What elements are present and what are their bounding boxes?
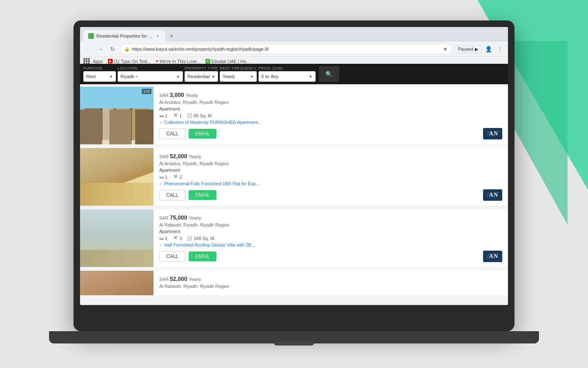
property-image-2[interactable] [80, 148, 154, 206]
amount-1: 3,000 [170, 92, 184, 98]
property-type-filter: PROPERTY TYPE Residential ▼ [185, 66, 218, 82]
bookmark-star-icon[interactable]: ★ [443, 46, 448, 52]
browser-tab-active[interactable]: Residential Properties for Rent... × [83, 30, 165, 42]
prop-description-3[interactable]: ✓ Half Furnished Rooftop Deluxe Villa wi… [159, 242, 502, 247]
agent-logo-1: /AN [483, 128, 502, 139]
bath-icon-1: 🚿 [172, 113, 178, 118]
youtube-icon: ▶ [108, 59, 113, 63]
rent-frequency-filter: RENT FREQUENCY Yearly ▼ [220, 66, 256, 82]
prop-actions-2: CALL EMAIL /AN [159, 189, 502, 201]
property-card-4: SAR 52,000 Yearly Al Rabwah, Riyadh, Riy… [80, 271, 508, 296]
purpose-filter-label: PURPOSE [83, 66, 116, 70]
prop-price-4: SAR 52,000 Yearly [159, 276, 502, 282]
currency-1: SAR [159, 93, 170, 98]
beds-count-3: 2 [165, 236, 167, 241]
property-info-3: SAR 75,000 Yearly Al Rabwah, Riyadh, Riy… [154, 209, 508, 267]
laptop-base [49, 331, 539, 343]
bath-icon-2: 🚿 [172, 174, 178, 180]
agent-logo-2: /AN [483, 189, 502, 201]
more-options-button[interactable]: ⋮ [495, 44, 505, 54]
rent-frequency-select[interactable]: Yearly ▼ [220, 71, 256, 82]
property-card: 1/10 SAR 3,000 Yearly Al Andalus, Riyadh… [80, 87, 508, 145]
tab-bar: Residential Properties for Rent... × + [80, 27, 508, 42]
email-button-1[interactable]: EMAIL [189, 129, 216, 139]
bookmark-youtube-label: (1) Type-On Text... [114, 59, 151, 64]
tab-title: Residential Properties for Rent... [96, 34, 153, 38]
refresh-button[interactable]: ↻ [108, 44, 118, 54]
beds-spec-1: 🛏 1 [159, 113, 167, 118]
location-remove-icon[interactable]: × [136, 74, 138, 79]
prop-specs-2: 🛏 1 🚿 2 [159, 174, 502, 180]
location-chevron-icon: ▼ [176, 74, 180, 79]
price-filter-label: PRICE (SAR) [258, 66, 316, 70]
rent-frequency-chevron-icon: ▼ [250, 74, 254, 79]
forward-button[interactable]: → [96, 44, 105, 54]
email-button-3[interactable]: EMAIL [189, 251, 216, 261]
freq-label-1: Yearly [186, 93, 198, 98]
call-button-2[interactable]: CALL [159, 190, 185, 200]
profile-button[interactable]: 👤 [483, 44, 493, 54]
prop-price-2: SAR 52,000 Yearly [159, 153, 502, 159]
property-image-4[interactable] [80, 271, 154, 295]
desc-text-1: Collection of Modernly FURNISHED Apartme… [164, 120, 261, 125]
etisalat-icon: E [205, 59, 210, 64]
rent-frequency-value: Yearly [223, 74, 235, 79]
laptop-shell: Residential Properties for Rent... × + ←… [74, 20, 514, 331]
address-bar[interactable]: 🔒 https://www.bayut.sa/en/to-rent/proper… [120, 44, 452, 54]
new-tab-button[interactable]: + [167, 31, 176, 41]
bed-icon-1: 🛏 [159, 113, 164, 118]
property-info-1: SAR 3,000 Yearly Al Andalus, Riyadh, Riy… [154, 87, 508, 144]
price-range-select[interactable]: 0 to Any ▼ [258, 71, 316, 82]
lock-icon: 🔒 [125, 47, 129, 52]
paused-label: Paused [458, 47, 473, 52]
bookmark-etisalat[interactable]: E Etisalat UAE | Ho... [205, 59, 250, 64]
property-info-4: SAR 52,000 Yearly Al Rabwah, Riyadh, Riy… [154, 271, 508, 295]
agent-initials-3: AN [489, 253, 498, 259]
freq-val-4: Yearly [189, 277, 201, 282]
agent-logo-3: /AN [483, 251, 502, 262]
property-image-3[interactable] [80, 209, 154, 267]
prop-location-2: Al Andalus, Riyadh, Riyadh Region [159, 161, 502, 166]
laptop-screen: Residential Properties for Rent... × + ←… [80, 27, 508, 305]
agent-initials-2: AN [489, 192, 498, 198]
amount-2: 52,000 [170, 153, 187, 159]
property-image-1[interactable]: 1/10 [80, 87, 154, 144]
price-to: to [265, 74, 269, 79]
paused-button[interactable]: Paused ▶ [454, 45, 482, 53]
laptop-hinge [274, 341, 314, 346]
apps-label: Apps [93, 59, 103, 64]
area-icon-1: ⬜ [187, 113, 192, 118]
prop-price-3: SAR 75,000 Yearly [159, 214, 502, 221]
freq-val-2: Yearly [189, 154, 201, 159]
bookmark-etisalat-label: Etisalat UAE | Ho... [212, 59, 250, 64]
tab-close-button[interactable]: × [155, 33, 160, 39]
call-button-3[interactable]: CALL [159, 251, 185, 262]
beds-count-2: 1 [165, 175, 167, 180]
website-content: PURPOSE Rent ▼ LOCATION Riyadh × ▼ [80, 64, 508, 305]
search-button[interactable]: 🔍 [319, 66, 339, 82]
purpose-filter: PURPOSE Rent ▼ [83, 66, 116, 82]
property-type-select[interactable]: Residential ▼ [185, 71, 218, 82]
bookmark-youtube[interactable]: ▶ (1) Type-On Text... [108, 59, 151, 64]
verified-icon-1: ✓ [159, 120, 163, 125]
call-button-1[interactable]: CALL [159, 128, 185, 139]
browser-chrome: Residential Properties for Rent... × + ←… [80, 27, 508, 64]
area-value-1: 80 Sq. M. [194, 113, 213, 118]
bookmark-love[interactable]: ♥ We're In This Love... [156, 59, 200, 64]
prop-type-1: Apartment [159, 106, 502, 111]
purpose-select[interactable]: Rent ▼ [83, 71, 116, 82]
back-button[interactable]: ← [83, 44, 93, 54]
image-counter: 1/10 [142, 89, 151, 94]
prop-location-1: Al Andalus, Riyadh, Riyadh Region [159, 100, 502, 105]
location-select[interactable]: Riyadh × ▼ [118, 71, 183, 82]
browser-menu-buttons: Paused ▶ 👤 ⋮ [454, 44, 505, 54]
prop-description-1[interactable]: ✓ Collection of Modernly FURNISHED Apart… [159, 120, 502, 125]
property-type-value: Residential [187, 74, 209, 79]
heart-icon: ♥ [156, 59, 158, 63]
area-spec-3: ⬜ 168 Sq. M. [187, 236, 215, 241]
location-filter-label: LOCATION [118, 66, 183, 70]
email-button-2[interactable]: EMAIL [189, 190, 216, 200]
prop-description-2[interactable]: ✓ Phenomenal Fully Furnished 1BR Flat fo… [159, 181, 502, 186]
bath-icon-3: 🚿 [172, 236, 178, 241]
price-chevron-icon: ▼ [309, 74, 313, 79]
